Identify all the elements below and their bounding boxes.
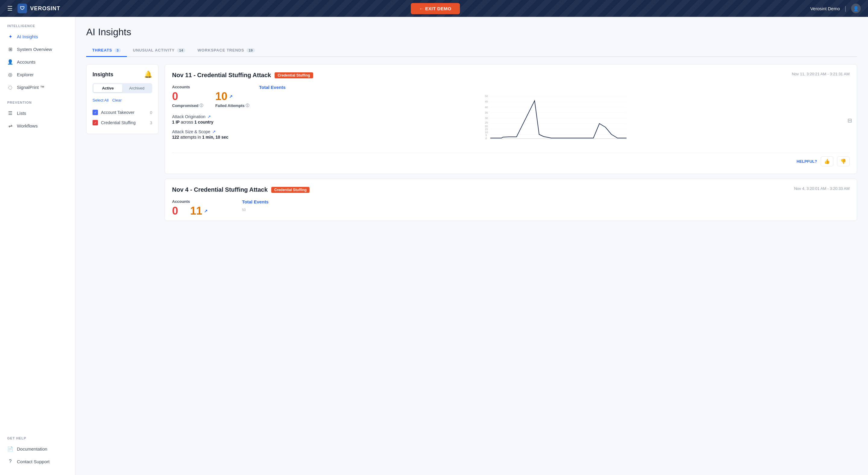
topnav-left: ☰ 🛡 VEROSINT xyxy=(7,4,60,13)
main-content: AI Insights THREATS 3 UNUSUAL ACTIVITY 1… xyxy=(75,17,868,475)
insight-card-1: Nov 11 - Credential Stuffing Attack Cred… xyxy=(164,64,857,174)
clear-link[interactable]: Clear xyxy=(112,98,121,102)
card-2-chart: Total Events 50 xyxy=(242,199,849,221)
checkbox-account-takeover[interactable]: ✓ Account Takeover 0 xyxy=(93,107,152,118)
shield-icon: 🛡 xyxy=(18,4,27,13)
chart-1-title: Total Events xyxy=(259,85,849,90)
insight-card-2: Nov 4 - Credential Stuffing Attack Crede… xyxy=(164,179,857,221)
chart-scrollbar-icon: ⊟ xyxy=(847,117,852,124)
divider: | xyxy=(845,5,846,12)
compromised-value-2: 0 xyxy=(172,205,178,216)
app-layout: INTELLIGENCE ✦ AI Insights ⊞ System Over… xyxy=(0,17,868,475)
checkbox-credential-stuffing[interactable]: ✓ Credential Stuffing 3 xyxy=(93,118,152,128)
svg-text:50: 50 xyxy=(485,95,488,98)
failed-external-icon[interactable]: ↗ xyxy=(229,94,233,99)
helpful-label: HELPFUL? xyxy=(797,159,817,164)
attack-size-label: Attack Size & Scope ↗ xyxy=(172,129,249,134)
checkbox-credential-stuffing-label: Credential Stuffing xyxy=(101,120,147,125)
cards-area: Nov 11 - Credential Stuffing Attack Cred… xyxy=(164,64,857,221)
tab-unusual-badge: 14 xyxy=(177,48,185,53)
card-1-timestamp: Nov 11, 3:20:21 AM - 3:21:31 AM xyxy=(792,72,849,76)
attack-origination-row: Attack Origination ↗ 1 IP across 1 count… xyxy=(172,114,249,124)
svg-text:3:20:37 AM: 3:20:37 AM xyxy=(529,141,540,141)
top-navigation: ☰ 🛡 VEROSINT ← EXIT DEMO Verosint Demo |… xyxy=(0,0,868,17)
explorer-icon: ◎ xyxy=(7,71,13,77)
user-avatar[interactable]: 👤 xyxy=(851,4,861,13)
svg-text:10: 10 xyxy=(485,131,488,134)
card-1-chart: Total Events 50 45 40 35 30 25 xyxy=(259,85,849,148)
sidebar: INTELLIGENCE ✦ AI Insights ⊞ System Over… xyxy=(0,17,75,475)
tab-unusual-activity[interactable]: UNUSUAL ACTIVITY 14 xyxy=(127,45,191,57)
signalprint-icon: ◌ xyxy=(7,84,13,90)
tab-workspace-trends[interactable]: WORKSPACE TRENDS 19 xyxy=(191,45,261,57)
compromised-label: Compromised ⓘ xyxy=(172,103,203,108)
thumbs-down-button[interactable]: 👎 xyxy=(837,156,849,166)
accounts-icon: 👤 xyxy=(7,59,13,65)
toggle-archived-btn[interactable]: Archived xyxy=(122,84,151,92)
compromised-stat-2: 0 xyxy=(172,205,178,216)
accounts-label: Accounts xyxy=(172,85,249,89)
tab-threats[interactable]: THREATS 3 xyxy=(86,45,127,57)
card-2-title-area: Nov 4 - Credential Stuffing Attack Crede… xyxy=(172,186,310,193)
card-1-title: Nov 11 - Credential Stuffing Attack xyxy=(172,72,271,79)
sidebar-label-workflows: Workflows xyxy=(17,123,38,128)
svg-text:15: 15 xyxy=(485,128,488,131)
bell-icon[interactable]: 🔔 xyxy=(144,70,152,78)
svg-text:3:21:03 AM: 3:21:03 AM xyxy=(571,141,583,141)
compromised-info-icon[interactable]: ⓘ xyxy=(199,103,203,108)
failed-external-icon-2[interactable]: ↗ xyxy=(204,209,208,213)
chart-2-title: Total Events xyxy=(242,199,849,204)
sidebar-item-lists[interactable]: ☰ Lists xyxy=(0,107,75,119)
tab-threats-label: THREATS xyxy=(92,48,112,53)
accounts-label-2: Accounts xyxy=(172,199,232,204)
checkbox-account-takeover-count: 0 xyxy=(150,110,152,115)
sidebar-label-lists: Lists xyxy=(17,110,26,116)
hamburger-icon[interactable]: ☰ xyxy=(7,5,13,12)
tab-workspace-label: WORKSPACE TRENDS xyxy=(197,48,244,53)
svg-text:3:20:50 AM: 3:20:50 AM xyxy=(550,141,561,141)
checkbox-credential-stuffing-box[interactable]: ✓ xyxy=(93,120,98,125)
failed-info-icon[interactable]: ⓘ xyxy=(246,103,249,108)
sidebar-item-signalprint[interactable]: ◌ SignalPrint ™ xyxy=(0,81,75,93)
documentation-icon: 📄 xyxy=(7,446,13,452)
attack-orig-external-icon[interactable]: ↗ xyxy=(207,114,211,119)
sidebar-item-workflows[interactable]: ⇌ Workflows xyxy=(0,119,75,132)
sidebar-label-ai-insights: AI Insights xyxy=(17,34,38,39)
card-1-title-area: Nov 11 - Credential Stuffing Attack Cred… xyxy=(172,72,313,79)
insights-panel-title: Insights xyxy=(93,71,113,78)
sidebar-item-accounts[interactable]: 👤 Accounts xyxy=(0,56,75,68)
svg-text:3:20:24 AM: 3:20:24 AM xyxy=(506,141,517,141)
attack-size-external-icon[interactable]: ↗ xyxy=(212,129,216,134)
sidebar-item-contact-support[interactable]: ? Contact Support xyxy=(0,455,75,468)
svg-text:3:20:11 AM: 3:20:11 AM xyxy=(485,141,496,141)
thumbs-up-button[interactable]: 👍 xyxy=(821,156,833,166)
insights-panel-header: Insights 🔔 xyxy=(93,70,152,78)
tab-unusual-label: UNUSUAL ACTIVITY xyxy=(133,48,175,53)
sidebar-label-signalprint: SignalPrint ™ xyxy=(17,85,44,90)
svg-text:30: 30 xyxy=(485,117,488,120)
svg-text:3:21:16 AM: 3:21:16 AM xyxy=(594,141,605,141)
sidebar-item-system-overview[interactable]: ⊞ System Overview xyxy=(0,43,75,56)
stat-row: 0 Compromised ⓘ 10 ↗ xyxy=(172,91,249,108)
failed-label: Failed Attempts ⓘ xyxy=(215,103,249,108)
stat-row-2: 0 11 ↗ xyxy=(172,205,232,216)
lists-icon: ☰ xyxy=(7,110,13,116)
sidebar-item-documentation[interactable]: 📄 Documentation xyxy=(0,442,75,455)
failed-stat-2: 11 ↗ xyxy=(190,205,208,216)
checkbox-account-takeover-box[interactable]: ✓ xyxy=(93,110,98,115)
svg-text:35: 35 xyxy=(485,111,488,114)
ai-insights-icon: ✦ xyxy=(7,33,13,39)
toggle-buttons: Active Archived xyxy=(93,83,152,93)
tab-bar: THREATS 3 UNUSUAL ACTIVITY 14 WORKSPACE … xyxy=(86,45,857,57)
sidebar-item-explorer[interactable]: ◎ Explorer xyxy=(0,68,75,81)
sidebar-item-ai-insights[interactable]: ✦ AI Insights xyxy=(0,30,75,43)
select-all-link[interactable]: Select All xyxy=(93,98,108,102)
sidebar-label-explorer: Explorer xyxy=(17,72,34,77)
failed-stat: 10 ↗ Failed Attempts ⓘ xyxy=(215,91,249,108)
chart-1-svg: 50 45 40 35 30 25 20 15 10 5 xyxy=(259,93,849,141)
page-title: AI Insights xyxy=(86,27,857,38)
exit-demo-button[interactable]: ← EXIT DEMO xyxy=(411,3,460,14)
toggle-active-btn[interactable]: Active xyxy=(93,84,122,92)
svg-text:25: 25 xyxy=(485,121,488,124)
attack-origination-label: Attack Origination ↗ xyxy=(172,114,249,119)
